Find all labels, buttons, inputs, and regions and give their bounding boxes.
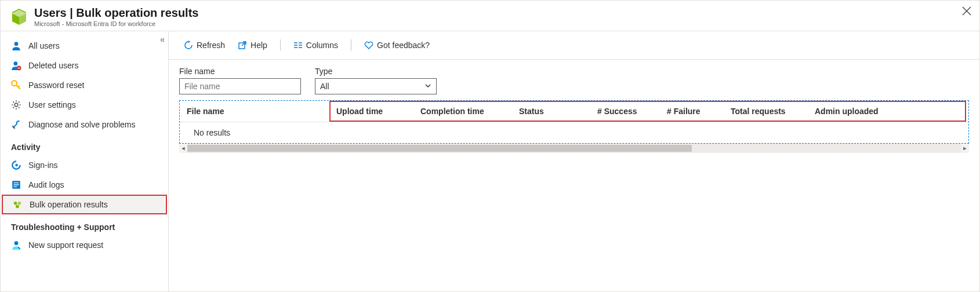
toolbar: Refresh Help Columns Got feedback? [169,31,979,60]
sidebar-item-label: Diagnose and solve problems [28,120,135,129]
sidebar-item-bulk-results[interactable]: Bulk operation results [2,195,167,214]
page-subtitle: Microsoft - Microsoft Entra ID for workf… [34,20,198,27]
sidebar: « All users Deleted users Password reset… [1,31,169,291]
main-content: Refresh Help Columns Got feedback? File … [169,31,979,291]
type-dropdown[interactable]: All [315,78,437,94]
app-logo-icon [10,8,28,26]
heart-icon [364,41,373,50]
svg-point-5 [14,61,18,65]
col-admin[interactable]: Admin uploaded [808,101,968,122]
sidebar-item-deleted-users[interactable]: Deleted users [1,56,168,75]
col-completion-time[interactable]: Completion time [413,101,512,122]
no-results-message: No results [180,122,968,143]
user-icon [11,41,21,51]
sidebar-item-diagnose[interactable]: Diagnose and solve problems [1,115,168,134]
sidebar-item-label: User settings [28,100,76,110]
sidebar-item-password-reset[interactable]: Password reset [1,75,168,95]
chevron-down-icon [424,82,431,91]
bulk-icon [12,199,23,210]
page-header: Users | Bulk operation results Microsoft… [1,1,979,31]
log-icon [11,180,21,190]
sidebar-item-all-users[interactable]: All users [1,36,168,56]
svg-point-8 [14,103,18,107]
scroll-right-arrow[interactable]: ► [961,145,969,151]
sidebar-item-label: All users [28,41,60,50]
type-value: All [320,82,329,91]
gear-icon [11,100,21,110]
user-delete-icon [11,60,21,71]
separator [351,39,351,51]
help-label: Help [251,41,267,50]
svg-point-13 [14,241,19,245]
help-button[interactable]: Help [233,38,272,52]
results-table: File name Upload time Completion time St… [179,100,969,144]
col-filename[interactable]: File name [180,101,329,122]
sidebar-item-signins[interactable]: Sign-ins [1,155,168,175]
sidebar-item-support[interactable]: New support request [1,235,168,255]
sidebar-section-troubleshoot: Troubleshooting + Support [1,214,168,235]
close-button[interactable] [962,6,971,19]
sidebar-item-audit-logs[interactable]: Audit logs [1,175,168,195]
refresh-label: Refresh [197,41,225,50]
col-total[interactable]: Total requests [724,101,808,122]
feedback-button[interactable]: Got feedback? [360,38,434,52]
sidebar-item-label: New support request [28,240,103,250]
col-upload-time[interactable]: Upload time [329,101,413,122]
svg-point-10 [14,202,17,205]
sidebar-item-user-settings[interactable]: User settings [1,95,168,115]
horizontal-scrollbar[interactable]: ◄ ► [179,144,969,153]
collapse-sidebar-button[interactable]: « [160,35,165,44]
columns-label: Columns [306,41,338,50]
signin-icon [11,160,21,170]
filename-input[interactable] [179,78,301,94]
type-label: Type [315,67,437,76]
page-title: Users | Bulk operation results [34,6,198,20]
columns-icon [293,41,303,50]
external-link-icon [238,41,247,50]
sidebar-item-label: Audit logs [28,180,64,189]
svg-point-4 [14,42,19,46]
scroll-left-arrow[interactable]: ◄ [179,145,187,151]
separator [280,39,281,51]
svg-point-12 [16,205,19,209]
scroll-thumb[interactable] [187,145,692,152]
refresh-button[interactable]: Refresh [179,38,230,52]
columns-button[interactable]: Columns [289,38,343,52]
table-header-row: File name Upload time Completion time St… [180,101,968,122]
support-icon [11,240,21,250]
sidebar-item-label: Password reset [28,81,84,90]
sidebar-item-label: Sign-ins [28,160,58,170]
svg-point-7 [12,81,17,86]
filename-label: File name [179,67,301,76]
filter-bar: File name Type All [169,60,979,98]
col-failure[interactable]: # Failure [660,101,724,122]
col-status[interactable]: Status [512,101,590,122]
feedback-label: Got feedback? [377,41,430,50]
sidebar-item-label: Deleted users [28,61,78,70]
svg-point-11 [18,202,21,205]
key-icon [11,80,21,90]
sidebar-item-label: Bulk operation results [30,200,108,209]
col-success[interactable]: # Success [590,101,660,122]
refresh-icon [184,41,193,50]
wrench-icon [11,119,21,130]
sidebar-section-activity: Activity [1,134,168,155]
